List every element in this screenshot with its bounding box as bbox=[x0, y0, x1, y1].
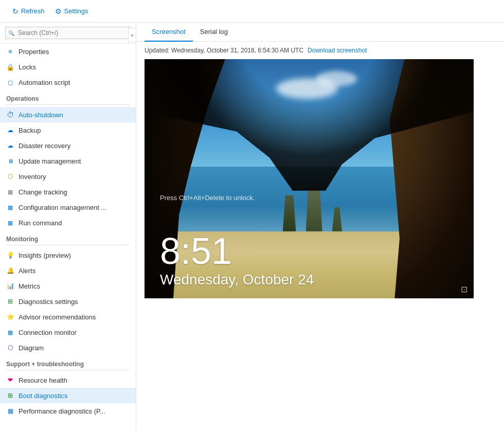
settings-label: Settings bbox=[64, 7, 88, 15]
sidebar-item-alerts[interactable]: 🔔 Alerts bbox=[0, 263, 136, 278]
tab-serial-log[interactable]: Serial log bbox=[193, 23, 235, 42]
download-screenshot-link[interactable]: Download screenshot bbox=[308, 47, 367, 54]
sidebar-item-diag-settings[interactable]: ⊞ Diagnostics settings bbox=[0, 294, 136, 309]
sidebar-item-label: Diagram bbox=[19, 344, 44, 352]
settings-button[interactable]: ⚙ Settings bbox=[51, 5, 93, 17]
change-icon: ▦ bbox=[6, 188, 14, 196]
sidebar-item-label: Resource health bbox=[19, 377, 67, 384]
sidebar-item-boot-diagnostics[interactable]: ⊞ Boot diagnostics bbox=[0, 388, 136, 403]
section-label-monitoring: Monitoring bbox=[0, 230, 136, 245]
diagram-icon: ⬡ bbox=[6, 344, 14, 352]
sidebar-item-label: Connection monitor bbox=[19, 329, 77, 336]
sidebar-item-disaster-recovery[interactable]: ☁ Disaster recovery bbox=[0, 138, 136, 153]
advisor-icon: ⭐ bbox=[6, 313, 14, 321]
sidebar-item-label: Insights (preview) bbox=[19, 252, 71, 259]
tab-label: Screenshot bbox=[152, 28, 186, 35]
bars-icon: ≡ bbox=[6, 47, 14, 56]
run-icon: ▦ bbox=[6, 219, 14, 227]
script-icon: ▢ bbox=[6, 78, 14, 86]
sidebar-item-label: Metrics bbox=[19, 282, 40, 290]
connection-icon: ▦ bbox=[6, 328, 14, 336]
metrics-icon: 📊 bbox=[6, 282, 14, 290]
update-text: Updated: Wednesday, October 31, 2018, 6:… bbox=[145, 47, 303, 54]
config-icon: ▦ bbox=[6, 203, 14, 211]
content-area: Screenshot Serial log Updated: Wednesday… bbox=[136, 23, 504, 430]
monitor-icon: ⊡ bbox=[461, 284, 467, 294]
settings-icon: ⚙ bbox=[55, 7, 62, 15]
download-label: Download screenshot bbox=[308, 47, 367, 54]
health-icon: ❤ bbox=[6, 376, 14, 384]
sidebar-collapse-button[interactable]: « bbox=[128, 28, 136, 42]
sidebar-item-label: Disaster recovery bbox=[19, 142, 70, 150]
sidebar-item-label: Diagnostics settings bbox=[19, 298, 78, 306]
sidebar-item-diagram[interactable]: ⬡ Diagram bbox=[0, 340, 136, 355]
sidebar-item-label: Automation script bbox=[19, 79, 70, 86]
sidebar-item-label: Change tracking bbox=[19, 188, 67, 196]
toolbar: ↻ Refresh ⚙ Settings bbox=[0, 0, 504, 23]
sidebar-item-resource-health[interactable]: ❤ Resource health bbox=[0, 372, 136, 388]
lock-icon: 🔒 bbox=[6, 63, 14, 71]
screenshot-container: Press Ctrl+Alt+Delete to unlock. 8:51 We… bbox=[136, 59, 504, 307]
screenshot-image: Press Ctrl+Alt+Delete to unlock. 8:51 We… bbox=[145, 59, 474, 298]
sidebar-item-run-command[interactable]: ▦ Run command bbox=[0, 215, 136, 230]
section-label-support: Support + troubleshooting bbox=[0, 355, 136, 370]
sidebar-item-automation[interactable]: ▢ Automation script bbox=[0, 75, 136, 90]
sidebar-item-label: Auto-shutdown bbox=[19, 111, 63, 119]
clock-icon: ⏱ bbox=[6, 111, 14, 119]
sidebar-item-backup[interactable]: ☁ Backup bbox=[0, 122, 136, 138]
sidebar-item-label: Update management bbox=[19, 157, 81, 165]
insights-icon: 💡 bbox=[6, 251, 14, 259]
sidebar-item-label: Inventory bbox=[19, 173, 46, 181]
alerts-icon: 🔔 bbox=[6, 266, 14, 275]
sidebar-item-connection-monitor[interactable]: ▦ Connection monitor bbox=[0, 325, 136, 340]
sidebar-item-properties[interactable]: ≡ Properties bbox=[0, 44, 136, 59]
sidebar-item-insights[interactable]: 💡 Insights (preview) bbox=[0, 247, 136, 263]
date-display: Wednesday, October 24 bbox=[160, 272, 458, 288]
sidebar-item-label: Properties bbox=[19, 48, 49, 56]
sidebar-item-label: Locks bbox=[19, 63, 36, 71]
refresh-icon: ↻ bbox=[12, 7, 19, 15]
sidebar-item-label: Run command bbox=[19, 219, 62, 227]
sidebar-item-update-management[interactable]: 🖥 Update management bbox=[0, 153, 136, 169]
sidebar-item-inventory[interactable]: ⬡ Inventory bbox=[0, 169, 136, 184]
sidebar-item-label: Configuration management ... bbox=[19, 204, 106, 211]
sidebar-item-locks[interactable]: 🔒 Locks bbox=[0, 59, 136, 75]
sidebar-item-perf-diagnostics[interactable]: ▦ Performance diagnostics (P... bbox=[0, 403, 136, 419]
tab-label: Serial log bbox=[200, 28, 228, 35]
update-bar: Updated: Wednesday, October 31, 2018, 6:… bbox=[136, 42, 504, 59]
sidebar-item-label: Alerts bbox=[19, 267, 35, 275]
time-display: 8:51 bbox=[160, 232, 458, 270]
search-input[interactable] bbox=[5, 27, 131, 39]
sidebar-item-advisor[interactable]: ⭐ Advisor recommendations bbox=[0, 309, 136, 325]
windows-overlay: Press Ctrl+Alt+Delete to unlock. 8:51 We… bbox=[145, 59, 474, 298]
inventory-icon: ⬡ bbox=[6, 172, 14, 181]
sidebar-item-metrics[interactable]: 📊 Metrics bbox=[0, 278, 136, 294]
sidebar-item-label: Performance diagnostics (P... bbox=[19, 407, 105, 415]
sidebar-item-change-tracking[interactable]: ▦ Change tracking bbox=[0, 184, 136, 200]
sidebar-item-config-management[interactable]: ▦ Configuration management ... bbox=[0, 200, 136, 215]
sidebar-item-label: Advisor recommendations bbox=[19, 313, 96, 321]
update-icon: 🖥 bbox=[6, 157, 14, 165]
tab-bar: Screenshot Serial log bbox=[136, 23, 504, 42]
perf-icon: ▦ bbox=[6, 407, 14, 415]
disaster-icon: ☁ bbox=[6, 141, 14, 150]
sidebar-item-label: Backup bbox=[19, 127, 41, 134]
sidebar: « ≡ Properties 🔒 Locks ▢ Automation scri… bbox=[0, 23, 136, 430]
sidebar-item-auto-shutdown[interactable]: ⏱ Auto-shutdown bbox=[0, 107, 136, 122]
main-container: « ≡ Properties 🔒 Locks ▢ Automation scri… bbox=[0, 23, 504, 430]
diag-icon: ⊞ bbox=[6, 297, 14, 306]
unlock-text: Press Ctrl+Alt+Delete to unlock. bbox=[160, 194, 458, 202]
sidebar-search-container bbox=[0, 23, 136, 44]
refresh-label: Refresh bbox=[21, 7, 45, 15]
section-label-operations: Operations bbox=[0, 90, 136, 104]
boot-icon: ⊞ bbox=[6, 391, 14, 400]
tab-screenshot[interactable]: Screenshot bbox=[145, 23, 193, 42]
sidebar-item-label: Boot diagnostics bbox=[19, 392, 67, 400]
backup-icon: ☁ bbox=[6, 126, 14, 134]
refresh-button[interactable]: ↻ Refresh bbox=[8, 5, 49, 17]
